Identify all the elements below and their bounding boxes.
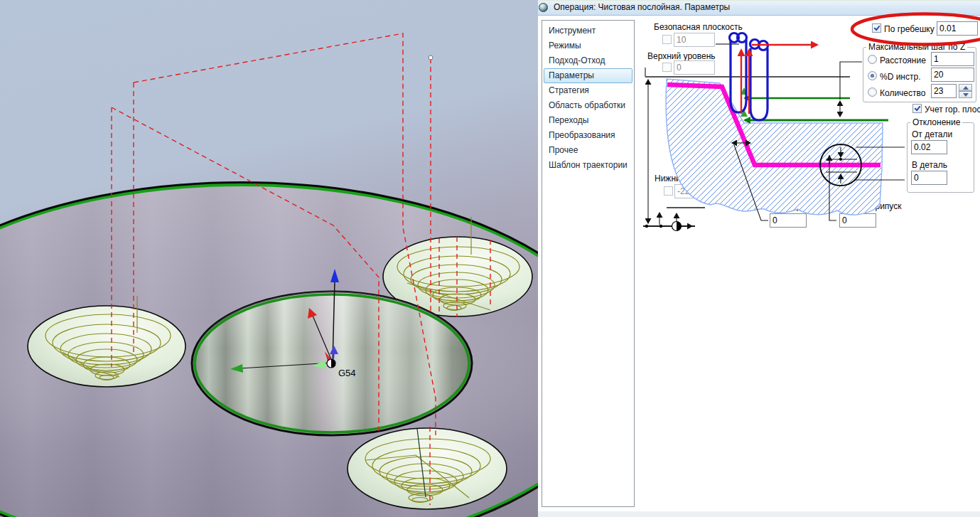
scallop-label: По гребешку [884, 24, 935, 34]
start-point-marker [429, 55, 433, 60]
deviation-group-label: Отклонение [910, 117, 962, 127]
pocket-toolpath [348, 428, 507, 509]
bottom-level-input [674, 184, 716, 198]
sidebar-item-work-area[interactable]: Область обработки [544, 98, 632, 113]
top-level-label: Верхний уровень [647, 51, 716, 61]
radio-distance[interactable] [868, 55, 877, 64]
radio-count[interactable] [868, 87, 877, 97]
distance-input[interactable] [931, 52, 974, 66]
percent-d-input[interactable] [931, 68, 974, 82]
spinner-up-icon[interactable] [959, 84, 972, 91]
sidebar-item-transitions[interactable]: Переходы [544, 113, 632, 128]
screenshot-root: G54 Операция: Чистовая послойная. Параме… [0, 0, 980, 517]
sidebar-item-misc[interactable]: Прочее [544, 143, 632, 158]
wcs-label: G54 [338, 368, 356, 378]
dialog-title-bar[interactable]: Операция: Чистовая послойная. Параметры [529, 0, 980, 16]
horiz-planes-label: Учет гор. плоскостей [925, 105, 980, 114]
horiz-planes-checkbox[interactable] [912, 104, 922, 113]
from-part-input[interactable] [911, 140, 947, 154]
sidebar-item-modes[interactable]: Режимы [544, 38, 632, 53]
top-level-input [674, 60, 715, 75]
top-level-checkbox[interactable] [662, 63, 672, 72]
pages-list: Инструмент Режимы Подход-Отход Параметры… [542, 20, 635, 507]
dialog-title: Операция: Чистовая послойная. Параметры [554, 2, 730, 12]
sidebar-item-tool[interactable]: Инструмент [544, 23, 632, 38]
sidebar-item-transforms[interactable]: Преобразования [544, 128, 632, 143]
bottom-level-checkbox[interactable] [664, 186, 673, 196]
bottom-level-label: Нижний уровень [655, 174, 720, 183]
axial-stock-label: Осевой припуск [839, 201, 901, 211]
from-part-label: От детали [912, 129, 952, 139]
sidebar-item-parameters[interactable]: Параметры [544, 68, 632, 83]
radio-percent-d[interactable] [868, 71, 877, 80]
radio-count-label: Количество [880, 88, 925, 98]
sidebar-item-path-template[interactable]: Шаблон траектории [544, 158, 632, 173]
safe-plane-label: Безопасная плоскость [654, 22, 743, 32]
sidebar-item-strategy[interactable]: Стратегия [544, 83, 632, 98]
axial-stock-input[interactable] [839, 213, 876, 228]
count-spinner [959, 84, 972, 98]
viewport-3d[interactable]: G54 [0, 0, 538, 517]
max-step-group-label: Максимальный шаг по Z [866, 42, 967, 52]
sidebar-item-approach-retract[interactable]: Подход-Отход [544, 53, 632, 68]
into-part-input[interactable] [911, 171, 947, 185]
safe-plane-input [674, 33, 715, 47]
operation-icon [539, 3, 548, 12]
radial-stock-label: Рад. припуск [772, 201, 822, 211]
count-input[interactable] [931, 84, 957, 98]
scallop-input[interactable] [937, 21, 978, 36]
radio-percent-d-label: %D инстр. [880, 72, 921, 82]
scallop-checkbox[interactable] [872, 23, 881, 33]
radial-stock-input[interactable] [770, 213, 807, 228]
radio-distance-label: Расстояние [880, 55, 926, 65]
into-part-label: В деталь [912, 160, 947, 170]
dialog-bottom-strip [538, 511, 980, 517]
safe-plane-checkbox[interactable] [662, 35, 672, 44]
spinner-down-icon[interactable] [959, 91, 972, 98]
